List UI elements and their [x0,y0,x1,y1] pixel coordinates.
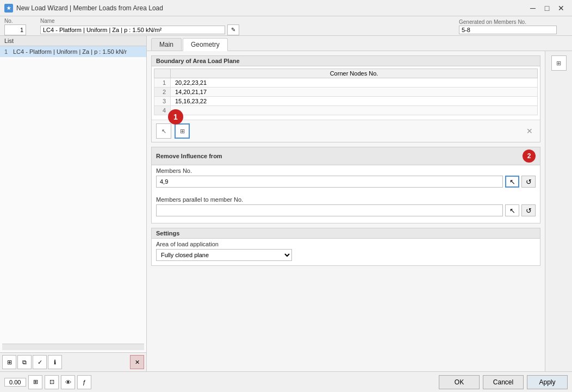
header-gen-group: Generated on Members No. [459,18,568,34]
form-area: Boundary of Area Load Plane Corner Nodes… [147,51,545,371]
row1-value[interactable]: 20,22,23,21 [171,78,538,88]
cancel-button[interactable]: Cancel [483,375,524,389]
list-item-text: LC4 - Platform | Uniform | Za | p : 1.50… [13,48,127,55]
members-no-label: Members No. [156,167,536,174]
col-no-header [154,69,171,78]
row2-no: 2 [154,88,171,97]
badge-1-button[interactable]: 1 [168,109,183,125]
no-input[interactable] [4,24,26,35]
window-title: New Load Wizard | Member Loads from Area… [16,4,163,12]
delete-list-button[interactable]: ✕ [130,355,144,369]
name-label: Name [40,18,55,24]
add-row-button[interactable]: ⊞ [2,355,16,369]
title-bar: ★ New Load Wizard | Member Loads from Ar… [0,0,572,16]
members-parallel-input[interactable] [156,204,503,216]
coord-display: 0.00 [4,378,26,387]
check-button[interactable]: ✓ [33,355,47,369]
status-bar: 0.00 ⊞ ⊡ 👁 ƒ OK Cancel Apply [0,371,572,392]
gen-label: Generated on Members No. [459,19,526,25]
members-parallel-pick-button[interactable]: ↖ [505,204,519,216]
apply-button[interactable]: Apply [527,375,568,389]
right-sidebar: ⊞ [545,51,572,371]
cursor-btn-1[interactable]: ↖ [156,123,171,139]
ok-button[interactable]: OK [439,375,480,389]
row3-no: 3 [154,97,171,106]
name-input[interactable] [40,26,225,34]
right-panel: Main Geometry Boundary of Area Load Plan… [147,36,572,371]
row4-value[interactable] [171,106,538,115]
members-no-row: ↖ ↺ [156,176,536,188]
close-button[interactable]: ✕ [555,2,568,15]
members-parallel-group: Members parallel to member No. ↖ ↺ [152,194,540,219]
select-btn-1[interactable]: ⊞ [175,123,190,139]
members-no-reset-button[interactable]: ↺ [521,176,536,188]
tab-main[interactable]: Main [151,38,182,51]
main-content: List 1 LC4 - Platform | Uniform | Za | p… [0,36,572,371]
table-row: 2 14,20,21,17 [154,88,538,97]
badge-2-label: 2 [527,152,531,160]
tab-geometry[interactable]: Geometry [183,38,228,51]
header-name-group: Name ✎ [40,17,450,35]
minimize-button[interactable]: ─ [526,2,539,15]
members-no-pick-button[interactable]: ↖ [505,176,519,188]
header-row: No. Name ✎ Generated on Members No. [0,16,572,36]
settings-section: Settings Area of load application Fully … [151,228,540,266]
boundary-section-title: Boundary of Area Load Plane [152,56,540,66]
maximize-button[interactable]: □ [540,2,554,15]
boundary-section-content: Corner Nodes No. 1 20,22,23,21 2 [152,66,540,117]
sidebar-btn-1[interactable]: ⊞ [551,55,567,71]
close-boundary-button[interactable]: ✕ [524,125,536,137]
members-parallel-reset-button[interactable]: ↺ [521,204,536,216]
settings-title: Settings [152,228,540,239]
badge-1-label: 1 [173,113,178,121]
header-no-group: No. [4,17,32,35]
eye-btn[interactable]: 👁 [61,375,75,389]
badge-2-button[interactable]: 2 [523,150,536,163]
row1-no: 1 [154,78,171,88]
view-btn[interactable]: ⊡ [45,375,59,389]
horizontal-scrollbar[interactable] [2,344,144,350]
members-no-group: Members No. ↖ ↺ [152,165,540,190]
list-bottom-toolbar: ⊞ ⧉ ✓ ℹ ✕ [0,352,146,371]
tabs: Main Geometry [147,36,572,51]
row2-value[interactable]: 14,20,21,17 [171,88,538,97]
left-panel: List 1 LC4 - Platform | Uniform | Za | p… [0,36,147,371]
window-controls: ─ □ ✕ [526,2,568,15]
dialog-buttons: OK Cancel Apply [439,375,568,389]
members-parallel-label: Members parallel to member No. [156,196,536,203]
boundary-table: Corner Nodes No. 1 20,22,23,21 2 [154,69,538,115]
boundary-icon-row: 1 ↖ ⊞ ✕ [152,120,540,142]
col-corner-header: Corner Nodes No. [171,69,538,78]
app-icon: ★ [4,4,13,13]
members-no-input[interactable] [156,176,503,188]
edit-name-button[interactable]: ✎ [227,24,239,35]
table-row: 3 15,16,23,22 [154,97,538,106]
members-parallel-row: ↖ ↺ [156,204,536,216]
boundary-section: Boundary of Area Load Plane Corner Nodes… [151,55,540,142]
row3-value[interactable]: 15,16,23,22 [171,97,538,106]
list-item[interactable]: 1 LC4 - Platform | Uniform | Za | p : 1.… [0,46,146,57]
gen-input[interactable] [459,26,557,34]
remove-section-title: Remove Influence from [156,153,222,159]
table-row: 1 20,22,23,21 [154,78,538,88]
info-button[interactable]: ℹ [48,355,62,369]
func-btn[interactable]: ƒ [77,375,91,389]
list-header: List [0,36,146,46]
content-area: Boundary of Area Load Plane Corner Nodes… [147,51,572,371]
duplicate-button[interactable]: ⧉ [17,355,32,369]
snap-btn[interactable]: ⊞ [28,375,42,389]
area-label: Area of load application [152,239,540,247]
remove-influence-section: Remove Influence from 2 Members No. ↖ ↺ [151,147,540,223]
list-item-num: 1 [4,48,11,55]
area-select[interactable]: Fully closed plane Open plane Custom [156,249,292,261]
no-label: No. [4,18,13,24]
table-row: 4 [154,106,538,115]
